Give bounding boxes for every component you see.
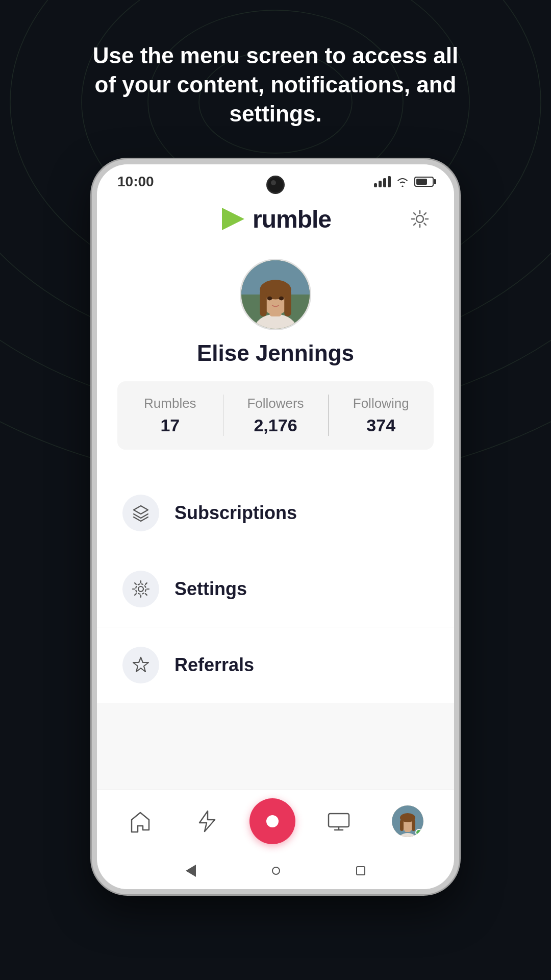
star-icon xyxy=(132,656,150,674)
stat-rumbles[interactable]: Rumbles 17 xyxy=(117,381,223,450)
referrals-label: Referrals xyxy=(174,654,254,676)
app-name: rumble xyxy=(253,205,331,233)
stat-following-value: 374 xyxy=(366,415,395,435)
user-avatar[interactable] xyxy=(240,259,311,330)
svg-rect-23 xyxy=(260,289,266,316)
referrals-icon-circle xyxy=(122,647,159,683)
settings-label: Settings xyxy=(174,578,247,600)
stat-followers-value: 2,176 xyxy=(254,415,297,435)
lightning-icon xyxy=(193,808,219,834)
bottom-nav xyxy=(97,790,454,856)
status-time: 10:00 xyxy=(117,174,154,190)
nav-watch[interactable] xyxy=(316,804,362,838)
stat-following-label: Following xyxy=(353,396,409,411)
theme-toggle-button[interactable] xyxy=(406,205,434,233)
wifi-icon xyxy=(396,176,409,187)
subscriptions-label: Subscriptions xyxy=(174,502,297,524)
recents-gesture[interactable] xyxy=(356,866,365,875)
user-name: Elise Jennings xyxy=(197,340,354,366)
svg-rect-38 xyxy=(412,820,415,831)
status-icons xyxy=(374,176,434,187)
rumble-logo-icon xyxy=(220,206,246,232)
menu-section: Subscriptions Settings xyxy=(97,475,454,790)
phone-gesture-bar xyxy=(97,856,454,889)
svg-line-15 xyxy=(424,213,426,215)
nav-activity[interactable] xyxy=(183,804,229,838)
layers-icon xyxy=(132,504,150,522)
svg-marker-28 xyxy=(133,657,148,672)
phone-screen: 10:00 xyxy=(97,164,454,889)
nav-profile[interactable] xyxy=(382,801,434,841)
svg-marker-7 xyxy=(222,208,244,230)
record-button[interactable] xyxy=(249,798,295,844)
signal-icon xyxy=(374,176,391,187)
svg-point-8 xyxy=(416,215,423,223)
svg-point-25 xyxy=(267,296,272,300)
profile-section: Elise Jennings Rumbles 17 Followers 2,17… xyxy=(97,243,454,475)
app-header: rumble xyxy=(97,195,454,243)
phone-mockup: 10:00 xyxy=(92,159,459,894)
stat-following[interactable]: Following 374 xyxy=(328,381,434,450)
logo-container: rumble xyxy=(220,205,331,233)
instruction-text: Use the menu screen to access all of you… xyxy=(46,0,505,159)
stat-rumbles-value: 17 xyxy=(160,415,180,435)
front-camera xyxy=(266,176,285,194)
battery-icon xyxy=(414,177,434,187)
avatar-image xyxy=(241,260,310,329)
menu-item-settings[interactable]: Settings xyxy=(97,551,454,627)
stat-rumbles-label: Rumbles xyxy=(144,396,196,411)
svg-rect-29 xyxy=(329,814,349,827)
home-gesture[interactable] xyxy=(272,867,280,875)
svg-rect-24 xyxy=(284,289,291,316)
settings-icon xyxy=(132,580,150,598)
svg-line-13 xyxy=(414,213,416,215)
menu-item-subscriptions[interactable]: Subscriptions xyxy=(97,475,454,551)
home-icon xyxy=(128,808,153,834)
svg-point-27 xyxy=(138,586,143,592)
menu-item-referrals[interactable]: Referrals xyxy=(97,627,454,703)
stat-followers[interactable]: Followers 2,176 xyxy=(223,381,329,450)
stats-row: Rumbles 17 Followers 2,176 Following 374 xyxy=(117,381,434,450)
screen-icon xyxy=(326,808,352,834)
svg-rect-37 xyxy=(400,820,404,831)
svg-line-14 xyxy=(424,223,426,225)
subscriptions-icon-circle xyxy=(122,495,159,531)
back-gesture[interactable] xyxy=(186,865,196,877)
settings-icon-circle xyxy=(122,571,159,607)
svg-line-16 xyxy=(414,223,416,225)
online-indicator xyxy=(415,829,422,836)
sun-icon xyxy=(411,210,429,228)
stat-followers-label: Followers xyxy=(247,396,304,411)
svg-point-26 xyxy=(279,296,284,300)
nav-avatar xyxy=(392,805,423,837)
nav-home[interactable] xyxy=(117,804,163,838)
